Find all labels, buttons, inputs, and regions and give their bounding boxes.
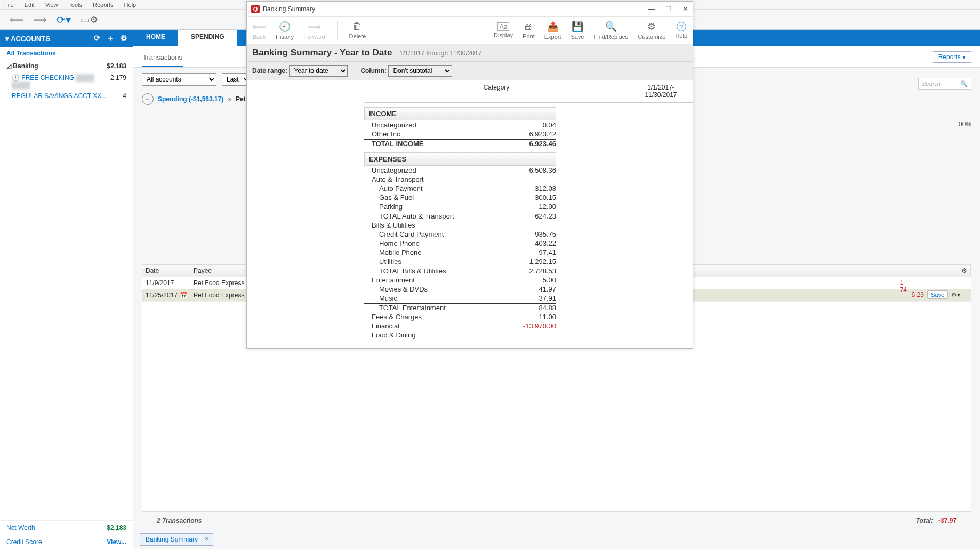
sidebar-all-transactions[interactable]: All Transactions [0,47,133,60]
report-forward-button: ⟹Forward [303,21,325,40]
row-label[interactable]: Entertainment [364,276,497,284]
row-label[interactable]: Movies & DVDs [364,285,497,293]
row-value: 403.22 [497,239,556,247]
date-range-select[interactable]: Year to date [289,65,348,77]
report-controls: Date range: Year to date Column: Don't s… [247,62,693,80]
cell-date: 11/25/2017 📅 [142,289,190,301]
subtotal-label: TOTAL Bills & Utilities [364,267,497,275]
maximize-icon[interactable]: ☐ [665,5,672,13]
save-row-button[interactable]: Save [927,290,948,299]
subtab-transactions[interactable]: Transactions [142,51,183,67]
report-history-button[interactable]: 🕘History [276,21,294,40]
row-label[interactable]: Food & Dining [364,331,497,339]
sidebar-credit-score[interactable]: Credit Score View... [0,535,133,549]
report-delete-button[interactable]: 🗑Delete [349,21,366,39]
column-select[interactable]: Don't subtotal [388,65,452,77]
total-value: -37.97 [938,517,957,524]
sidebar: ▾ ACCOUNTS ⟳ ＋ ⚙ All Transactions ◿ Bank… [0,30,133,549]
tab-home[interactable]: HOME [133,30,178,46]
menu-reports[interactable]: Reports [93,2,114,8]
grid-header-gear-icon[interactable]: ⚙ [958,265,971,277]
search-input[interactable]: Search 🔍 [918,78,971,90]
calendar-icon[interactable]: 📅 [180,292,188,299]
row-label[interactable]: Mobile Phone [364,248,497,256]
col-header-daterange: 1/1/2017-11/30/2017 [629,84,693,99]
breadcrumb-back-icon[interactable]: ← [142,93,154,105]
row-label[interactable]: Home Phone [364,239,497,247]
report-save-button[interactable]: 💾Save [571,21,584,40]
row-value: 6,508.36 [497,166,556,174]
row-value: 1,292.15 [497,257,556,265]
row-value: 935.75 [497,230,556,238]
report-back-button: ⟸Back [252,21,266,40]
sidebar-header: ▾ ACCOUNTS ⟳ ＋ ⚙ [0,30,133,47]
report-customize-button[interactable]: ⚙Customize [638,21,665,40]
row-label[interactable]: Gas & Fuel [364,193,497,201]
sidebar-item-checking[interactable]: 🕓 FREE CHECKING 2,179 [0,72,133,91]
row-value: 11.00 [497,313,556,321]
breadcrumb-parent-link[interactable]: Spending (-$1,563.17) [158,95,223,103]
sidebar-gear-icon[interactable]: ⚙ [121,34,127,43]
close-icon[interactable]: ✕ [204,535,210,543]
report-export-button[interactable]: 📤Export [544,21,561,40]
networth-label: Net Worth [6,524,35,531]
sidebar-networth[interactable]: Net Worth $2,183 [0,520,133,535]
column-label: Column: [360,67,387,75]
report-find-replace-button[interactable]: 🔍Find/Replace [594,21,629,40]
bottom-tab-banking-summary[interactable]: Banking Summary ✕ [140,533,213,546]
total-label: Total: [916,517,933,524]
subtotal-label: TOTAL Entertainment [364,303,497,312]
close-icon[interactable]: ✕ [682,5,688,13]
sidebar-group-banking[interactable]: ◿ Banking $2,183 [0,60,133,72]
row-label[interactable]: Other Inc [364,130,497,138]
credit-view-link[interactable]: View... [107,538,126,546]
menu-tools[interactable]: Tools [68,2,82,8]
row-label[interactable]: Utilities [364,257,497,265]
amount-editing[interactable]: 6 23 [912,291,924,298]
row-label[interactable]: Fees & Charges [364,313,497,321]
report-help-button[interactable]: ?Help [675,22,687,39]
search-placeholder: Search [922,80,941,87]
refresh-icon[interactable]: ⟳▾ [57,13,71,26]
row-label[interactable]: Uncategorized [364,166,497,174]
accounts-filter-select[interactable]: All accounts [142,73,216,86]
cell-date: 11/9/2017 [142,277,190,289]
sidebar-add-icon[interactable]: ＋ [107,34,114,43]
row-gear-icon[interactable]: ⚙▾ [951,291,960,298]
sidebar-title: ACCOUNTS [11,35,50,43]
menu-help[interactable]: Help [124,2,136,8]
amount-above: 1 74 [900,279,907,294]
row-value: -13,970.00 [497,322,556,330]
row-label[interactable]: Auto Payment [364,184,497,192]
report-display-button[interactable]: AaDisplay [494,22,513,38]
transaction-count: 2 Transactions [157,517,202,524]
grid-header-date[interactable]: Date [142,265,190,277]
reports-dropdown-button[interactable]: Reports ▾ [933,51,971,63]
row-label[interactable]: Auto & Transport [364,175,497,183]
row-value: 5.00 [497,276,556,284]
row-value: 300.15 [497,193,556,201]
report-body[interactable]: Category 1/1/2017-11/30/2017 INCOME Unca… [247,80,693,348]
panel-settings-icon[interactable]: ▭⚙ [81,14,98,26]
chart-percent-label: 00% [959,120,971,128]
sidebar-item-label: FREE CHECKING [21,74,94,82]
sidebar-item-savings[interactable]: REGULAR SAVINGS ACCT XX... 4 [0,91,133,101]
total-income-label: TOTAL INCOME [364,139,497,148]
menu-edit[interactable]: Edit [25,2,35,8]
minimize-icon[interactable]: — [648,5,655,13]
row-label[interactable]: Music [364,294,497,302]
menu-file[interactable]: File [4,2,14,8]
row-label[interactable]: Credit Card Payment [364,230,497,238]
nav-forward-icon[interactable]: ⟹ [33,14,47,26]
sidebar-refresh-icon[interactable]: ⟳ [94,34,100,43]
report-print-button[interactable]: 🖨Print [523,21,535,39]
row-label[interactable]: Uncategorized [364,121,497,129]
row-value: 97.41 [497,248,556,256]
row-label[interactable]: Bills & Utilities [364,221,497,229]
nav-back-icon[interactable]: ⟸ [10,14,23,26]
row-label[interactable]: Parking [364,203,497,211]
report-titlebar[interactable]: Q Banking Summary — ☐ ✕ [247,2,693,17]
menu-view[interactable]: View [45,2,58,8]
row-label[interactable]: Financial [364,322,497,330]
tab-spending[interactable]: SPENDING [178,30,237,46]
